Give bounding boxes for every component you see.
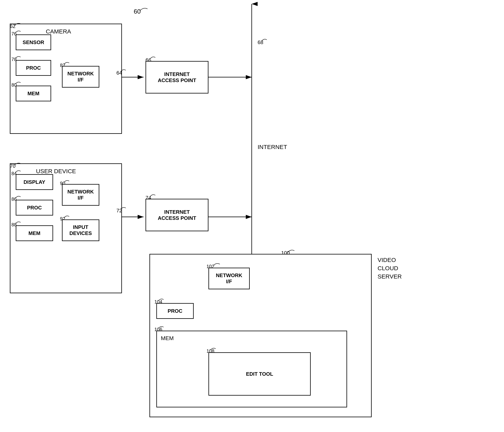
curve-88 xyxy=(14,220,22,225)
curve-74 xyxy=(149,193,157,198)
iap2-box: INTERNET ACCESS POINT xyxy=(145,199,208,231)
vcs-proc-box: PROC xyxy=(156,303,194,319)
curve-104 xyxy=(157,297,165,302)
curve-76 xyxy=(14,29,22,34)
curve-70 xyxy=(13,161,23,167)
curve-66 xyxy=(149,55,157,60)
curve-78 xyxy=(14,55,22,60)
curve-80 xyxy=(14,80,22,85)
curve-84 xyxy=(14,169,22,174)
curve-68 xyxy=(261,38,269,42)
vcs-label: VIDEO CLOUD SERVER xyxy=(378,256,402,281)
ud-network-if-box: NETWORK I/F xyxy=(62,184,99,206)
sensor-box: SENSOR xyxy=(16,34,51,50)
vcs-mem-label: MEM xyxy=(161,335,174,341)
curve-108 xyxy=(209,346,217,351)
input-devices-box: INPUT DEVICES xyxy=(62,219,99,241)
edit-tool-box: EDIT TOOL xyxy=(208,352,311,395)
curve-64 xyxy=(120,68,127,73)
ud-proc-box: PROC xyxy=(16,200,53,216)
curve-102 xyxy=(212,262,221,267)
curve-100 xyxy=(286,248,296,254)
camera-mem-box: MEM xyxy=(16,86,51,101)
iap1-box: INTERNET ACCESS POINT xyxy=(145,61,208,94)
curve-90 xyxy=(63,179,71,184)
internet-label: INTERNET xyxy=(258,144,287,150)
curve-92 xyxy=(63,214,71,219)
diagram: 60 CAMERA 62 76 SENSOR 78 PROC 80 MEM 82… xyxy=(0,0,504,432)
vcs-network-if-box: NETWORK I/F xyxy=(208,268,250,289)
curve-62 xyxy=(13,21,23,27)
curve-60 xyxy=(138,6,149,12)
camera-proc-box: PROC xyxy=(16,60,51,76)
camera-label: CAMERA xyxy=(46,28,71,35)
curve-82 xyxy=(63,61,71,66)
ud-mem-box: MEM xyxy=(16,225,53,241)
display-box: DISPLAY xyxy=(16,174,53,190)
curve-72 xyxy=(120,206,127,211)
curve-106 xyxy=(157,325,165,330)
camera-network-if-box: NETWORK I/F xyxy=(62,66,99,88)
user-device-label: USER DEVICE xyxy=(36,168,76,175)
curve-86 xyxy=(14,195,22,199)
